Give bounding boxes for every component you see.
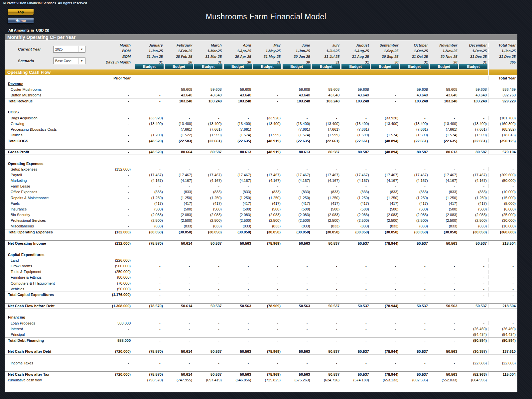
cell-month[interactable]: 50.537 [341,349,370,353]
cell-total-year[interactable]: 579.104 [488,150,517,154]
cell-month[interactable]: (13.400) [223,122,253,126]
cell-month[interactable]: - [370,87,400,91]
cell-month[interactable]: (13.400) [164,122,194,126]
cell-prior-year[interactable]: - [111,93,135,97]
cell-month[interactable]: - [429,184,459,188]
cell-month[interactable]: (833) [341,224,370,228]
cell-month[interactable]: - [282,275,312,279]
cell-month[interactable]: (1.250) [370,196,400,200]
cell-month[interactable]: - [252,167,282,171]
cell-month[interactable]: (2.500) [370,218,400,222]
cell-month[interactable]: 80.613 [429,150,459,154]
cell-month[interactable]: - [194,327,223,331]
cell-month[interactable]: - [164,332,194,336]
cell-month[interactable]: (1.250) [223,196,253,200]
cell-month[interactable]: (833) [223,224,253,228]
cell-month[interactable]: (13.400) [429,122,459,126]
cell-month[interactable]: 50.563 [223,304,253,308]
cell-month[interactable]: 50.563 [282,304,312,308]
cell-total-year[interactable]: (26.460) [488,327,517,331]
cell-month[interactable]: 50.537 [400,349,429,353]
cell-month[interactable]: 50.537 [311,372,341,376]
cell-month[interactable]: (2.083) [311,213,341,217]
cell-month[interactable]: - [252,338,282,342]
cell-month[interactable]: - [223,184,253,188]
cell-month[interactable]: - [459,258,488,262]
cell-month[interactable]: - [223,321,253,325]
cell-month[interactable]: - [194,270,223,274]
cell-month[interactable]: 43.640 [311,93,341,97]
cell-month[interactable]: - [252,127,282,131]
cell-total-year[interactable]: (80.894) [488,338,517,342]
cell-total-year[interactable]: (360.600) [488,230,517,234]
cell-month[interactable]: (78.570) [135,241,164,245]
cell-month[interactable]: (2.083) [341,213,370,217]
cell-month[interactable]: - [429,116,459,120]
cell-month[interactable]: (22.583) [164,139,194,143]
cell-prior-year[interactable]: (132.000) [111,241,135,245]
cell-month[interactable]: (500) [370,207,400,211]
cell-month[interactable]: - [252,287,282,291]
cell-month[interactable]: - [311,264,341,268]
cell-month[interactable]: - [429,332,459,336]
cell-month[interactable]: - [370,184,400,188]
cell-month[interactable]: (1.250) [311,196,341,200]
cell-month[interactable]: (7.661) [429,127,459,131]
cell-month[interactable]: (33.920) [135,116,164,120]
cell-month[interactable]: - [429,338,459,342]
cell-month[interactable]: - [223,275,253,279]
cell-month[interactable]: (17.467) [341,173,370,177]
cell-month[interactable]: - [400,167,429,171]
cell-month[interactable]: - [223,293,253,297]
cell-month[interactable]: (7.661) [223,127,253,131]
cell-month[interactable]: - [194,264,223,268]
cell-month[interactable]: - [341,321,370,325]
cell-month[interactable]: (30.050) [194,230,223,234]
cell-month[interactable]: 59.608 [164,87,194,91]
cell-month[interactable]: (1.599) [252,133,282,137]
cell-total-year[interactable]: 218.504 [488,241,517,245]
cell-month[interactable]: - [370,127,400,131]
cell-month[interactable]: - [311,338,341,342]
cell-month[interactable]: - [429,167,459,171]
cell-month[interactable]: 50.563 [429,241,459,245]
cell-month[interactable]: (80.894) [459,338,488,342]
cell-month[interactable]: - [341,167,370,171]
cell-month[interactable]: (78.969) [252,372,282,376]
cell-month[interactable]: (30.050) [135,230,164,234]
cell-month[interactable]: 50.537 [400,304,429,308]
cell-month[interactable]: - [252,327,282,331]
cell-month[interactable]: - [370,361,400,365]
cell-month[interactable]: 43.640 [194,93,223,97]
cell-month[interactable]: (417) [400,201,429,205]
cell-prior-year[interactable]: - [111,196,135,200]
cell-month[interactable]: 80.664 [164,150,194,154]
cell-month[interactable]: - [311,258,341,262]
cell-month[interactable]: (833) [400,224,429,228]
cell-month[interactable]: 43.640 [341,93,370,97]
cell-month[interactable]: (500) [223,207,253,211]
cell-month[interactable]: (17.467) [282,173,312,177]
cell-month[interactable]: (500) [164,207,194,211]
cell-month[interactable]: - [252,332,282,336]
cell-month[interactable]: (833) [370,190,400,194]
cell-month[interactable]: (48.520) [135,150,164,154]
cell-month[interactable]: (17.467) [164,173,194,177]
cell-month[interactable]: - [429,275,459,279]
cell-month[interactable]: - [400,281,429,285]
cell-month[interactable]: (1.200) [135,133,164,137]
cell-month[interactable]: 43.640 [459,93,488,97]
cell-month[interactable]: (48.919) [252,150,282,154]
cell-month[interactable]: - [341,258,370,262]
cell-prior-year[interactable]: - [111,201,135,205]
cell-month[interactable]: - [429,270,459,274]
cell-month[interactable]: (13.400) [194,122,223,126]
cell-month[interactable]: (2.500) [400,218,429,222]
cell-month[interactable]: - [341,264,370,268]
cell-month[interactable]: (1.599) [194,133,223,137]
cell-month[interactable]: - [429,361,459,365]
cell-prior-year[interactable]: - [111,133,135,137]
cell-month[interactable]: (1.574) [223,133,253,137]
cell-month[interactable]: (13.400) [400,122,429,126]
cell-month[interactable]: - [370,293,400,297]
